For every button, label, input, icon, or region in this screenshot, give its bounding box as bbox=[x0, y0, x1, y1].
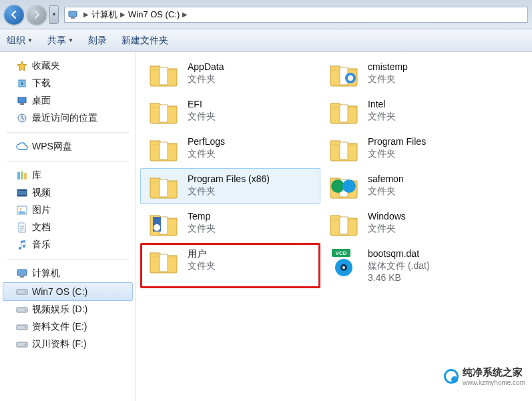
breadcrumb[interactable]: ▶ 计算机 ▶ Win7 OS (C:) ▶ bbox=[64, 7, 528, 23]
svg-point-37 bbox=[154, 224, 160, 231]
file-item[interactable]: AppData文件夹 bbox=[140, 56, 320, 92]
file-item[interactable]: Program Files文件夹 bbox=[320, 131, 501, 167]
svg-rect-11 bbox=[17, 195, 27, 196]
separator bbox=[7, 259, 129, 260]
svg-rect-30 bbox=[340, 142, 348, 159]
svg-text:VCD: VCD bbox=[336, 250, 347, 256]
file-type: 媒体文件 (.dat) bbox=[368, 260, 430, 272]
folder-icon bbox=[328, 135, 360, 162]
breadcrumb-item[interactable]: 计算机 bbox=[91, 9, 117, 21]
library-icon bbox=[16, 169, 28, 181]
sidebar-item-label: 资料文件 (E:) bbox=[32, 321, 87, 333]
breadcrumb-item[interactable]: Win7 OS (C:) bbox=[128, 9, 180, 19]
sidebar-recent[interactable]: 最近访问的位置 bbox=[3, 109, 133, 127]
sidebar-item-label: 收藏夹 bbox=[32, 60, 60, 72]
sidebar-item-label: 汉川资料 (F:) bbox=[32, 338, 87, 350]
sidebar-wps[interactable]: WPS网盘 bbox=[3, 138, 133, 155]
file-item[interactable]: 用户文件夹 bbox=[140, 243, 320, 288]
sidebar-desktop[interactable]: 桌面 bbox=[3, 92, 133, 109]
sidebar-drive-f[interactable]: 汉川资料 (F:) bbox=[3, 336, 133, 353]
folder-icon bbox=[328, 98, 360, 125]
sidebar-libraries[interactable]: 库 bbox=[3, 167, 133, 184]
share-menu[interactable]: 共享 ▼ bbox=[47, 35, 73, 47]
folder-icon bbox=[148, 61, 180, 87]
file-name: Intel bbox=[368, 98, 396, 110]
file-type: 文件夹 bbox=[368, 147, 426, 159]
music-icon bbox=[16, 239, 28, 251]
file-name: 用户 bbox=[188, 248, 216, 260]
folder-icon bbox=[148, 173, 180, 199]
file-type: 文件夹 bbox=[188, 110, 216, 122]
separator bbox=[7, 161, 129, 161]
sidebar-drive-c[interactable]: Win7 OS (C:) bbox=[3, 282, 133, 301]
file-size: 3.46 KB bbox=[368, 272, 430, 284]
file-name: PerfLogs bbox=[188, 135, 225, 147]
file-type: 文件夹 bbox=[368, 222, 406, 234]
sidebar-item-label: 音乐 bbox=[32, 239, 51, 251]
recent-icon bbox=[16, 112, 28, 124]
file-name: Windows bbox=[368, 210, 406, 222]
file-type: 文件夹 bbox=[188, 185, 270, 197]
svg-point-17 bbox=[25, 292, 26, 293]
sidebar-pictures[interactable]: 图片 bbox=[3, 202, 133, 219]
file-item[interactable]: Windows文件夹 bbox=[320, 206, 501, 242]
sidebar-item-label: 视频 bbox=[32, 187, 51, 199]
file-list: AppData文件夹cmistemp文件夹EFI文件夹Intel文件夹PerfL… bbox=[136, 52, 532, 401]
file-name: bootsqm.dat bbox=[368, 248, 430, 260]
picture-icon bbox=[16, 204, 28, 216]
burn-label: 刻录 bbox=[88, 35, 107, 47]
sidebar-item-label: 桌面 bbox=[32, 95, 51, 107]
sidebar-drive-e[interactable]: 资料文件 (E:) bbox=[3, 318, 133, 336]
file-item[interactable]: Intel文件夹 bbox=[320, 93, 501, 129]
folder-sys-icon bbox=[148, 210, 180, 237]
sidebar-item-label: 计算机 bbox=[32, 268, 60, 280]
star-icon bbox=[16, 60, 28, 72]
svg-rect-15 bbox=[20, 276, 24, 278]
file-name: Temp bbox=[188, 210, 216, 222]
svg-rect-31 bbox=[160, 179, 168, 197]
download-icon bbox=[16, 77, 28, 89]
file-item[interactable]: Temp文件夹 bbox=[140, 206, 320, 242]
file-item[interactable]: VCDbootsqm.dat媒体文件 (.dat)3.46 KB bbox=[320, 243, 501, 288]
doc-icon bbox=[16, 222, 28, 234]
sidebar-drive-d[interactable]: 视频娱乐 (D:) bbox=[3, 301, 133, 318]
sidebar-music[interactable]: 音乐 bbox=[3, 236, 133, 254]
cloud-icon bbox=[16, 141, 28, 153]
svg-rect-28 bbox=[340, 105, 348, 122]
organize-label: 组织 bbox=[7, 35, 25, 47]
sidebar-favorites[interactable]: 收藏夹 bbox=[3, 57, 133, 75]
drive-icon bbox=[16, 338, 28, 350]
svg-rect-38 bbox=[340, 217, 348, 234]
svg-point-23 bbox=[25, 344, 26, 346]
watermark-title: 纯净系统之家 bbox=[463, 366, 523, 378]
sidebar-downloads[interactable]: 下载 bbox=[3, 75, 133, 92]
forward-button bbox=[27, 5, 47, 25]
navigation-tree: 收藏夹 下载 桌面 最近访问的位置 WPS网盘 库 视频 bbox=[0, 52, 136, 401]
sidebar-videos[interactable]: 视频 bbox=[3, 184, 133, 202]
drive-icon bbox=[16, 321, 28, 333]
sidebar-computer[interactable]: 计算机 bbox=[3, 265, 133, 282]
file-item[interactable]: safemon文件夹 bbox=[320, 168, 501, 204]
organize-menu[interactable]: 组织 ▼ bbox=[7, 35, 33, 47]
computer-icon bbox=[67, 9, 78, 20]
sidebar-documents[interactable]: 文档 bbox=[3, 219, 133, 236]
computer-icon bbox=[16, 268, 28, 280]
file-name: Program Files (x86) bbox=[188, 173, 270, 185]
chevron-down-icon: ▼ bbox=[27, 37, 33, 43]
file-item[interactable]: PerfLogs文件夹 bbox=[140, 131, 320, 167]
file-item[interactable]: cmistemp文件夹 bbox=[320, 56, 501, 92]
svg-point-44 bbox=[342, 266, 345, 269]
burn-button[interactable]: 刻录 bbox=[88, 35, 107, 47]
file-item[interactable]: Program Files (x86)文件夹 bbox=[140, 168, 320, 204]
new-folder-button[interactable]: 新建文件夹 bbox=[121, 35, 168, 47]
svg-rect-39 bbox=[160, 254, 168, 272]
video-icon bbox=[16, 187, 28, 199]
svg-rect-14 bbox=[17, 270, 27, 276]
nav-history-dropdown[interactable]: ▾ bbox=[49, 5, 59, 24]
sidebar-item-label: 视频娱乐 (D:) bbox=[32, 304, 87, 316]
file-type: 文件夹 bbox=[368, 185, 404, 197]
file-item[interactable]: EFI文件夹 bbox=[140, 93, 320, 129]
file-name: EFI bbox=[188, 98, 216, 110]
back-button[interactable] bbox=[4, 5, 24, 25]
breadcrumb-separator: ▶ bbox=[117, 11, 128, 18]
